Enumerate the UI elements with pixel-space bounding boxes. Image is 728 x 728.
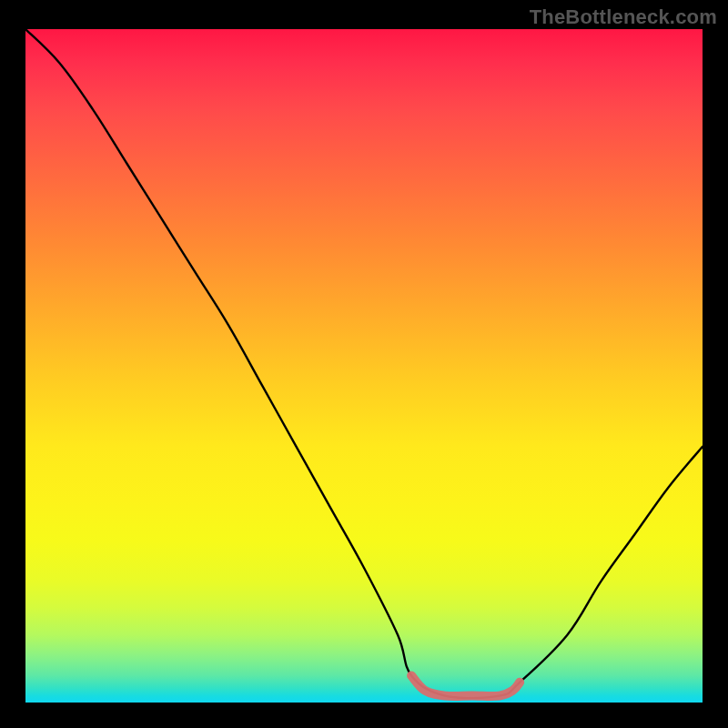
curve-line (25, 29, 703, 698)
plot-area (25, 29, 703, 703)
chart-container: TheBottleneck.com (0, 0, 728, 728)
chart-svg (25, 29, 703, 703)
watermark-text: TheBottleneck.com (530, 5, 717, 29)
highlight-line (411, 675, 520, 696)
